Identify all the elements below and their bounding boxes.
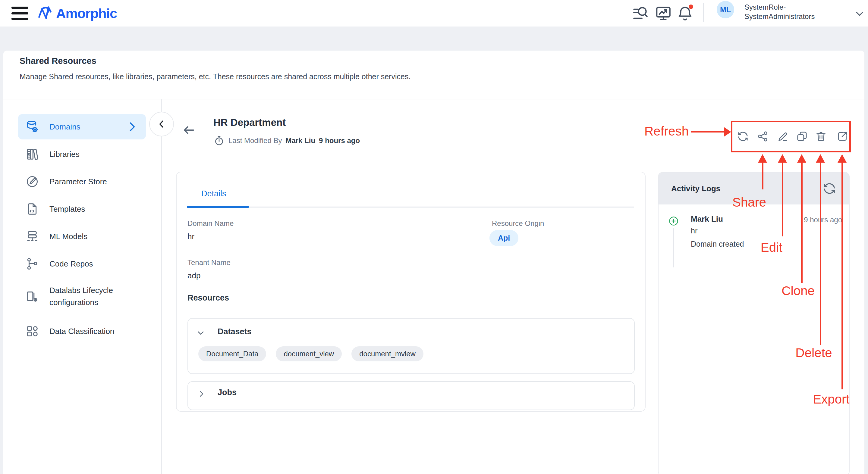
dataset-chip[interactable]: document_mview — [351, 346, 424, 361]
sidebar-item-libraries[interactable]: Libraries — [25, 147, 80, 161]
annotation-edit-label: Edit — [722, 240, 782, 255]
git-branch-icon — [25, 257, 39, 271]
sidebar-divider — [161, 99, 162, 474]
annotation-export-arrow — [841, 161, 843, 390]
sidebar-item-label: Code Repos — [50, 258, 93, 270]
annotation-share-label: Share — [706, 195, 766, 210]
datasets-accordion[interactable] — [187, 318, 635, 374]
annotation-refresh-label: Refresh — [628, 124, 689, 138]
activity-create-icon — [668, 215, 679, 227]
activity-refresh-icon[interactable] — [823, 181, 836, 196]
sidebar-collapse-button[interactable] — [149, 112, 174, 136]
last-modified-user: Mark Liu — [285, 136, 315, 145]
activity-resource: hr — [691, 227, 698, 235]
tenant-name-value: adp — [187, 271, 200, 280]
shared-resources-page: Amorphic ML SystemRole- SystemAdministra… — [0, 0, 868, 474]
resource-origin-badge: Api — [490, 230, 518, 246]
top-bar — [0, 0, 868, 27]
jobs-accordion[interactable] — [187, 381, 635, 410]
annotation-delete-arrow — [820, 161, 821, 345]
tenant-name-label: Tenant Name — [187, 259, 230, 267]
classification-grid-icon — [25, 324, 39, 338]
database-gear-icon — [25, 120, 39, 134]
annotation-delete-label: Delete — [784, 346, 844, 360]
annotation-clone-arrow — [801, 161, 803, 283]
user-avatar[interactable]: ML — [717, 1, 734, 19]
domain-title: HR Department — [213, 117, 286, 128]
domains-chevron-right-icon[interactable] — [125, 120, 138, 133]
chevron-down-icon[interactable] — [196, 328, 206, 338]
server-stack-icon — [25, 230, 39, 243]
domain-name-value: hr — [187, 232, 194, 241]
back-arrow-button[interactable] — [181, 123, 196, 137]
last-modified-row: Last Modified By Mark Liu 9 hours ago — [213, 135, 360, 146]
tab-details[interactable]: Details — [201, 189, 226, 198]
dataset-chip[interactable]: Document_Data — [198, 346, 266, 361]
sidebar-item-data-classification[interactable]: Data Classification — [25, 324, 114, 338]
annotation-clone-label: Clone — [768, 284, 828, 298]
dataset-chip[interactable]: document_view — [276, 346, 342, 361]
activity-logs-title: Activity Logs — [671, 184, 720, 193]
file-code-icon — [25, 202, 39, 216]
amorphic-logo-text: Amorphic — [56, 6, 117, 22]
tab-active-indicator — [187, 206, 249, 208]
notifications-bell-icon[interactable] — [676, 4, 694, 22]
jobs-accordion-label[interactable]: Jobs — [218, 388, 237, 397]
amorphic-logo-mark-icon — [36, 4, 55, 23]
notification-badge — [689, 4, 693, 9]
annotation-refresh-arrowhead — [724, 127, 731, 137]
page-title: Shared Resources — [20, 56, 96, 66]
tab-track — [187, 207, 634, 207]
dashboard-monitor-icon[interactable] — [655, 4, 672, 22]
page-subtitle: Manage Shared resources, like libraries,… — [20, 72, 410, 81]
annotation-share-arrow — [762, 161, 764, 190]
sidebar-item-parameter-store[interactable]: Parameter Store — [25, 175, 107, 189]
user-role-label: SystemRole- SystemAdministrators — [744, 2, 815, 21]
global-search-icon[interactable] — [632, 4, 649, 22]
user-menu-chevron-down-icon[interactable] — [854, 8, 866, 20]
book-gear-icon — [25, 290, 39, 303]
amorphic-logo[interactable]: Amorphic — [36, 4, 117, 23]
activity-timestamp: 9 hours ago — [784, 215, 842, 224]
sidebar-item-label: Data Classification — [50, 325, 114, 337]
stopwatch-icon — [213, 135, 225, 146]
topbar-divider — [704, 3, 704, 22]
resource-origin-label: Resource Origin — [492, 219, 544, 228]
books-icon — [25, 147, 39, 161]
chevron-right-icon[interactable] — [197, 390, 206, 398]
activity-timeline-line — [673, 228, 674, 267]
annotation-edit-arrow — [782, 161, 783, 236]
annotation-refresh-arrow — [691, 131, 724, 133]
activity-user: Mark Liu — [691, 214, 723, 224]
sidebar-item-domains[interactable]: Domains — [25, 120, 81, 134]
hamburger-menu-icon[interactable] — [11, 7, 28, 20]
chevron-left-icon — [156, 118, 167, 130]
last-modified-label: Last Modified By — [228, 136, 282, 145]
last-modified-time: 9 hours ago — [319, 136, 360, 145]
sidebar-item-label: Datalabs Lifecycle configurations — [50, 284, 149, 308]
sidebar-item-ml-models[interactable]: ML Models — [25, 230, 87, 243]
sidebar-item-datalabs-lifecycle[interactable]: Datalabs Lifecycle configurations — [25, 284, 152, 308]
sidebar-item-label: Parameter Store — [50, 176, 107, 188]
sidebar-item-code-repos[interactable]: Code Repos — [25, 257, 93, 271]
sidebar-item-label: Domains — [50, 121, 81, 133]
datasets-accordion-label[interactable]: Datasets — [218, 327, 252, 336]
pencil-circle-icon — [25, 175, 39, 189]
dataset-chips: Document_Data document_view document_mvi… — [198, 346, 424, 361]
sidebar-item-label: Templates — [50, 203, 85, 215]
annotation-toolbar-highlight-box — [731, 121, 851, 153]
sidebar-item-templates[interactable]: Templates — [25, 202, 85, 216]
sidebar-item-label: Libraries — [50, 148, 80, 160]
sidebar-item-label: ML Models — [50, 230, 87, 242]
header-divider — [3, 99, 864, 99]
domain-name-label: Domain Name — [187, 219, 234, 228]
annotation-export-label: Export — [801, 392, 861, 407]
resources-heading: Resources — [187, 293, 229, 303]
